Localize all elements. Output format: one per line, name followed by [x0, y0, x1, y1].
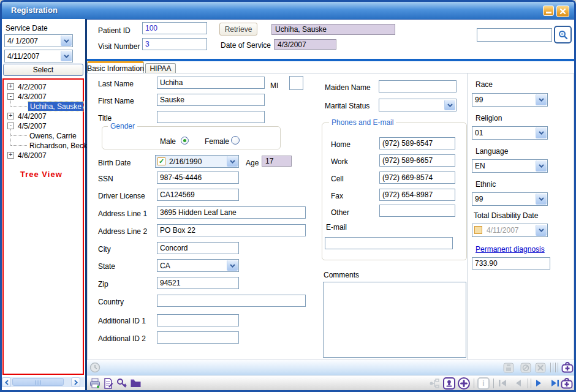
service-date-to-combo[interactable]: 4/11/2007	[4, 50, 73, 62]
total-disability-checkbox[interactable]	[474, 226, 482, 234]
tab-basic-information[interactable]: Basic Information	[87, 61, 144, 74]
work-phone-input[interactable]	[379, 154, 455, 167]
tree-item-patient[interactable]: Owens, Carrie	[29, 131, 77, 140]
edit-document-button[interactable]	[103, 378, 113, 389]
cell-phone-input[interactable]	[379, 172, 455, 184]
service-date-to-dropdown-button[interactable]	[61, 51, 72, 61]
tree-toggle-expand[interactable]: +	[7, 113, 14, 119]
tree-toggle-expand[interactable]: +	[7, 152, 14, 159]
email-input[interactable]	[325, 237, 453, 249]
add-button[interactable]	[458, 377, 470, 390]
comments-textarea[interactable]	[323, 282, 466, 358]
person-stamp-icon	[445, 380, 453, 387]
total-disability-dropdown-button[interactable]	[536, 225, 547, 236]
tree-toggle-collapse[interactable]: -	[7, 93, 14, 100]
tree-item-date[interactable]: 4/4/2007	[18, 111, 47, 121]
security-key-button[interactable]	[116, 378, 127, 389]
tree-connector	[11, 106, 27, 107]
hierarchy-button[interactable]	[429, 378, 441, 389]
state-combo[interactable]: CA	[157, 259, 239, 272]
home-phone-input[interactable]	[379, 137, 455, 149]
retrieve-button[interactable]: Retrieve	[219, 23, 257, 36]
maiden-name-input[interactable]	[379, 80, 457, 92]
birth-date-picker[interactable]: ✓ 2/16/1990	[155, 155, 239, 168]
person-stamp-button[interactable]	[443, 377, 455, 390]
nav-next-button[interactable]	[535, 379, 544, 388]
fax-input[interactable]	[379, 189, 455, 201]
scrollbar-thumb[interactable]	[12, 378, 64, 386]
permanent-diagnosis-link[interactable]: Permanent diagnosis	[476, 245, 545, 254]
age-label: Age	[246, 159, 259, 167]
tree-item-date[interactable]: 4/6/2007	[18, 151, 47, 160]
info-button[interactable]: i	[477, 377, 490, 390]
ethnic-dropdown-button[interactable]	[536, 194, 547, 205]
tab-basic-information-label: Basic Information	[87, 64, 144, 73]
tree-item-date[interactable]: 4/5/2007	[18, 121, 47, 130]
marital-status-combo[interactable]	[379, 99, 457, 111]
close-button[interactable]	[556, 6, 569, 17]
tree-item-date[interactable]: 4/2/2007	[18, 82, 47, 91]
nav-previous-icon	[513, 379, 522, 388]
toolbar-separator	[555, 363, 556, 372]
driver-license-input[interactable]	[157, 189, 239, 201]
search-button[interactable]	[554, 26, 572, 43]
tree-connector	[11, 135, 27, 137]
registration-module-button[interactable]	[561, 361, 574, 374]
mi-input[interactable]	[289, 76, 303, 90]
tree-item-patient-selected[interactable]: Uchiha, Sauske	[28, 102, 83, 111]
zip-input[interactable]	[157, 277, 239, 289]
state-dropdown-button[interactable]	[227, 260, 238, 271]
minimize-button[interactable]	[543, 6, 554, 16]
registration-module-button[interactable]	[560, 377, 574, 390]
other-phone-input[interactable]	[379, 205, 455, 217]
race-dropdown-button[interactable]	[536, 94, 547, 105]
scroll-left-button[interactable]	[2, 377, 11, 387]
male-radio[interactable]	[181, 137, 189, 145]
scroll-right-button[interactable]	[71, 377, 80, 387]
marital-status-dropdown-button[interactable]	[444, 100, 455, 110]
tree-item-patient[interactable]: Richardson, Beck	[29, 141, 87, 150]
medical-bag-icon	[561, 361, 574, 374]
folder-button[interactable]	[130, 378, 142, 388]
female-radio[interactable]	[231, 136, 240, 145]
search-input[interactable]	[477, 28, 552, 42]
last-name-input[interactable]	[157, 77, 265, 89]
nav-last-button[interactable]	[550, 379, 560, 388]
ethnic-combo[interactable]: 99	[472, 192, 548, 206]
birth-date-dropdown-button[interactable]	[227, 156, 238, 167]
cancel-button[interactable]	[520, 363, 531, 373]
delete-button[interactable]	[535, 363, 546, 373]
religion-dropdown-button[interactable]	[536, 127, 547, 138]
nav-first-button[interactable]	[498, 379, 507, 388]
tab-hipaa[interactable]: HIPAA	[145, 63, 176, 74]
select-button[interactable]: Select	[3, 64, 83, 76]
birth-date-checkbox[interactable]: ✓	[157, 157, 165, 165]
service-date-from-combo[interactable]: 4/ 1/2007	[4, 34, 73, 47]
service-date-from-dropdown-button[interactable]	[61, 36, 72, 46]
address-line1-input[interactable]	[157, 206, 306, 219]
key-icon	[116, 378, 127, 389]
address-line2-input[interactable]	[157, 224, 306, 236]
patient-id-input[interactable]	[142, 22, 207, 34]
title-input[interactable]	[157, 111, 265, 123]
total-disability-date-picker[interactable]: 4/11/2007	[472, 224, 548, 237]
nav-previous-button[interactable]	[513, 379, 522, 388]
diagnosis-code-input[interactable]	[472, 257, 550, 270]
save-button[interactable]	[503, 363, 514, 373]
visit-number-input[interactable]	[142, 38, 207, 50]
religion-combo[interactable]: 01	[472, 126, 548, 140]
ssn-input[interactable]	[157, 172, 239, 184]
race-combo[interactable]: 99	[472, 93, 548, 107]
first-name-input[interactable]	[157, 94, 265, 106]
horizontal-scrollbar[interactable]	[2, 377, 85, 387]
language-combo[interactable]: EN	[472, 159, 548, 173]
tree-item-date[interactable]: 4/3/2007	[18, 92, 47, 101]
tree-toggle-collapse[interactable]: -	[7, 123, 14, 129]
tree-toggle-expand[interactable]: +	[7, 83, 14, 90]
additional-id1-input[interactable]	[157, 314, 239, 326]
country-input[interactable]	[157, 295, 306, 307]
language-dropdown-button[interactable]	[536, 160, 547, 172]
additional-id2-input[interactable]	[157, 331, 239, 344]
city-input[interactable]	[157, 242, 239, 254]
print-button[interactable]	[89, 378, 100, 388]
